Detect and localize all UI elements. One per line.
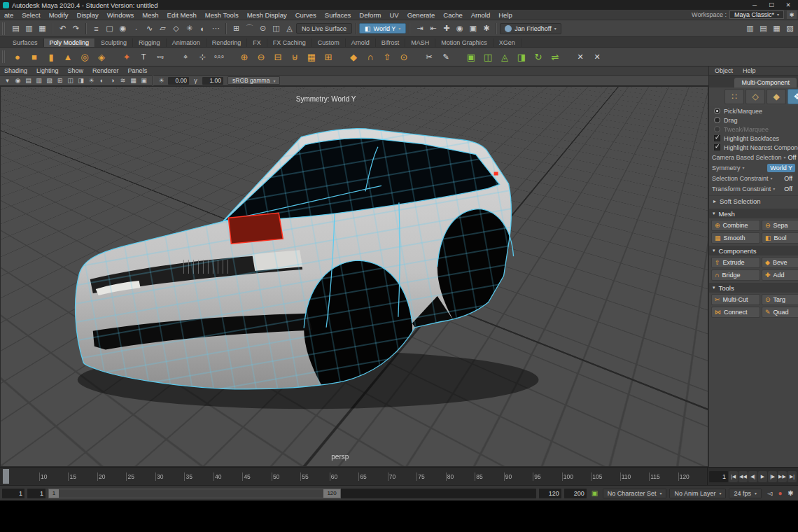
poly-cone-icon[interactable]: ▲ xyxy=(59,48,76,65)
sculpt-tool-icon[interactable]: ✦ xyxy=(118,48,135,65)
viewport-3d[interactable]: Symmetry: World Y persp xyxy=(0,86,708,467)
tool-settings-toggle-icon[interactable]: ▦ xyxy=(770,22,783,35)
menu-item[interactable]: Cache xyxy=(439,11,466,19)
panel-menu-item[interactable]: Lighting xyxy=(36,67,59,74)
snap-plane-icon[interactable]: ◫ xyxy=(270,22,283,35)
output-connections-icon[interactable]: ⇤ xyxy=(426,22,440,35)
tab-multi-component[interactable]: Multi-Component xyxy=(734,78,797,88)
animation-preferences-icon[interactable]: ✱ xyxy=(785,488,796,498)
attribute-editor-toggle-icon[interactable]: ▤ xyxy=(757,22,770,35)
shelf-tab[interactable]: XGen xyxy=(493,38,522,47)
vp-backface-culling-icon[interactable]: ◨ xyxy=(76,76,86,85)
edge-mode-button[interactable]: ◇ xyxy=(746,89,765,104)
range-end-handle[interactable]: 120 xyxy=(323,489,340,498)
vp-2d-pan-zoom-icon[interactable]: ⊞ xyxy=(55,76,65,85)
fps-dropdown[interactable]: 24 fps▾ xyxy=(729,489,762,498)
modeling-toolkit-toggle-icon[interactable]: ▥ xyxy=(743,22,757,35)
statusline-grip-handle[interactable] xyxy=(2,22,6,35)
shelf-tab[interactable]: Custom xyxy=(312,38,346,47)
open-scene-icon[interactable]: ▥ xyxy=(22,22,36,35)
option-control[interactable] xyxy=(714,144,720,150)
option-control[interactable] xyxy=(714,126,720,132)
playback-button[interactable]: |▶ xyxy=(768,471,777,482)
minimize-button[interactable]: ─ xyxy=(746,0,763,10)
quad-draw-icon[interactable]: ✎ xyxy=(438,48,454,65)
panel-menu-item[interactable]: Panels xyxy=(128,67,148,74)
shelf-tab[interactable]: Bifrost xyxy=(376,38,406,47)
menu-item[interactable]: Surfaces xyxy=(321,11,356,19)
shelf-tab[interactable]: Sculpting xyxy=(95,38,133,47)
time-slider[interactable]: 1015202530354045505560657075808590951001… xyxy=(0,467,798,485)
maximize-button[interactable]: ☐ xyxy=(763,0,780,10)
workspace-selector[interactable]: Maya Classic*▾ xyxy=(729,10,784,19)
menu-item[interactable]: Edit Mesh xyxy=(163,11,201,19)
toolkit-button[interactable]: ⊙Targ xyxy=(762,294,798,305)
mask-deformations-icon[interactable]: ◇ xyxy=(169,22,183,35)
channel-box-toggle-icon[interactable]: ▧ xyxy=(783,22,797,35)
section-header[interactable]: ▾ Mesh xyxy=(709,209,798,218)
snap-point-icon[interactable]: ⊙ xyxy=(256,22,270,35)
poly-cube-icon[interactable]: ■ xyxy=(26,48,43,65)
bridge-icon[interactable]: ∩ xyxy=(362,48,379,65)
user-account[interactable]: Jan Friedhoff▾ xyxy=(500,23,561,34)
svg-tool-icon[interactable]: svg xyxy=(152,48,169,65)
gamma-icon[interactable]: γ xyxy=(190,76,201,85)
input-connections-icon[interactable]: ⇥ xyxy=(413,22,426,35)
panel-menu-item[interactable]: Show xyxy=(68,67,84,74)
gamma-field[interactable]: 1.00 xyxy=(202,77,223,85)
align-tool-icon[interactable]: ⌖ xyxy=(177,48,194,65)
vp-bookmark-icon[interactable]: ▥ xyxy=(34,76,44,85)
combine-icon[interactable]: ⊕ xyxy=(236,48,253,65)
car-mesh[interactable] xyxy=(1,87,708,466)
toolkit-button[interactable]: ⊕Combine xyxy=(711,220,760,231)
shelf-tab[interactable]: FX Caching xyxy=(267,38,312,47)
menu-item[interactable]: Help xyxy=(494,11,517,19)
menu-item[interactable]: Modify xyxy=(45,11,73,19)
menu-item[interactable]: Arnold xyxy=(467,11,494,19)
face-mode-button[interactable]: ◆ xyxy=(766,89,786,104)
redo-icon[interactable]: ↷ xyxy=(69,22,83,35)
shelf-tab[interactable]: Motion Graphics xyxy=(435,38,493,47)
mask-dynamics-icon[interactable]: ✳ xyxy=(183,22,196,35)
boolean-icon[interactable]: ⊎ xyxy=(286,48,303,65)
toolkit-button[interactable]: ▦Smooth xyxy=(711,232,760,244)
menu-item[interactable]: Mesh Tools xyxy=(201,11,243,19)
anim-layer-dropdown[interactable]: No Anim Layer▾ xyxy=(669,489,726,498)
spin-edge-icon[interactable]: ↻ xyxy=(530,48,547,65)
poly-cylinder-icon[interactable]: ▮ xyxy=(43,48,59,65)
render-icon[interactable]: ◉ xyxy=(453,22,466,35)
snap-together-icon[interactable]: ⊹ xyxy=(194,48,211,65)
separate-icon[interactable]: ⊖ xyxy=(253,48,270,65)
save-scene-icon[interactable]: ▦ xyxy=(36,22,49,35)
toolkit-button[interactable]: ⊖Sepa xyxy=(762,220,798,231)
current-frame-field[interactable]: 1 xyxy=(709,471,728,482)
toolkit-option-row[interactable]: Highlight Nearest Component xyxy=(709,143,798,152)
toolkit-option-row[interactable]: Highlight Backfaces xyxy=(709,134,798,143)
playback-button[interactable]: ▶ xyxy=(758,471,767,482)
type-tool-icon[interactable]: T xyxy=(135,48,152,65)
snap-grid-icon[interactable]: ⊞ xyxy=(230,22,243,35)
playback-button[interactable]: ▶| xyxy=(788,471,797,482)
bevel-icon[interactable]: ◆ xyxy=(345,48,362,65)
toolkit-menu-object[interactable]: Object xyxy=(715,67,733,74)
close-button[interactable]: ✕ xyxy=(780,0,797,10)
section-header[interactable]: ▾ Components xyxy=(709,246,798,255)
smooth-icon[interactable]: ▦ xyxy=(303,48,320,65)
poly-plane-icon[interactable]: ◈ xyxy=(93,48,110,65)
shelf-tab[interactable]: Rendering xyxy=(206,38,248,47)
panel-menu-item[interactable]: Shading xyxy=(4,67,27,74)
toolkit-option-row[interactable]: Tweak/Marquee xyxy=(709,125,798,134)
toolkit-dropdown-row[interactable]: Camera Based Selection ▾ Off xyxy=(709,152,798,162)
mirror-icon[interactable]: ▣ xyxy=(463,48,479,65)
toolkit-button[interactable]: ◆Beve xyxy=(762,257,798,268)
playback-start-field[interactable]: 1 xyxy=(27,489,46,498)
vp-motion-blur-icon[interactable]: ≋ xyxy=(118,76,128,85)
select-component-icon[interactable]: ◉ xyxy=(116,22,130,35)
option-control[interactable] xyxy=(714,108,720,114)
vp-lock-camera-icon[interactable]: ◉ xyxy=(13,76,23,85)
shelf-tab[interactable]: Animation xyxy=(167,38,206,47)
toolkit-dropdown-row[interactable]: Selection Constraint ▾ Off xyxy=(709,173,798,183)
vp-shadows-icon[interactable]: ◐ xyxy=(97,76,107,85)
exposure-icon[interactable]: ☀ xyxy=(156,76,167,85)
playback-end-field[interactable]: 120 xyxy=(539,489,561,498)
